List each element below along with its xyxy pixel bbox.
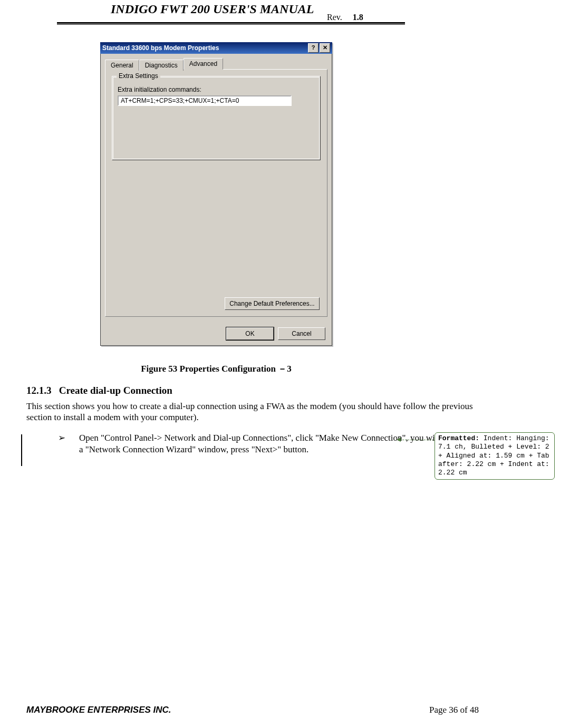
- section-heading: 12.1.3 Create dial-up Connection: [26, 385, 172, 396]
- change-default-preferences-button[interactable]: Change Default Preferences...: [225, 297, 320, 310]
- section-number: 12.1.3: [26, 385, 52, 396]
- groupbox-title: Extra Settings: [117, 72, 160, 80]
- bullet-text: Open "Control Panel-> Network and Dial-u…: [79, 432, 459, 455]
- doc-revision: Rev. 1.8: [327, 13, 363, 22]
- ok-button[interactable]: OK: [226, 327, 274, 340]
- tab-diagnostics[interactable]: Diagnostics: [139, 60, 184, 71]
- dialog-titlebar: Standard 33600 bps Modem Properties ? ✕: [100, 42, 332, 54]
- callout-label: Formatted:: [438, 434, 479, 442]
- footer-company: MAYBROOKE ENTERPRISES INC.: [26, 705, 171, 715]
- close-icon[interactable]: ✕: [320, 43, 330, 53]
- formatted-callout: Formatted: Indent: Hanging: 7.1 ch, Bull…: [435, 432, 555, 480]
- section-body: This section shows you how to create a d…: [26, 401, 485, 423]
- dialog-tabs: General Diagnostics Advanced: [105, 58, 327, 70]
- init-commands-input[interactable]: [118, 95, 292, 106]
- header-rule-2: [57, 24, 405, 25]
- tab-general[interactable]: General: [105, 60, 139, 71]
- tab-advanced[interactable]: Advanced: [184, 58, 223, 70]
- rev-label: Rev.: [327, 13, 342, 22]
- callout-connector: [400, 440, 433, 440]
- help-icon[interactable]: ?: [308, 43, 319, 53]
- extra-settings-group: Extra Settings Extra initialization comm…: [112, 76, 321, 160]
- tab-panel-advanced: Extra Settings Extra initialization comm…: [105, 69, 327, 317]
- dialog-title: Standard 33600 bps Modem Properties: [102, 44, 219, 52]
- modem-properties-dialog: Standard 33600 bps Modem Properties ? ✕ …: [100, 42, 332, 346]
- bullet-step: ➢ Open "Control Panel-> Network and Dial…: [26, 432, 459, 455]
- cancel-button[interactable]: Cancel: [278, 327, 325, 340]
- section-title: Create dial-up Connection: [59, 385, 172, 396]
- bullet-arrow-icon: ➢: [26, 432, 79, 455]
- revision-bar-icon: [21, 434, 22, 466]
- init-commands-label: Extra initialization commands:: [118, 86, 315, 93]
- figure-caption: Figure 53 Properties Configuration －3: [0, 363, 432, 375]
- footer-page: Page 36 of 48: [429, 705, 479, 715]
- header-rule: [57, 22, 405, 24]
- rev-value: 1.8: [353, 13, 363, 22]
